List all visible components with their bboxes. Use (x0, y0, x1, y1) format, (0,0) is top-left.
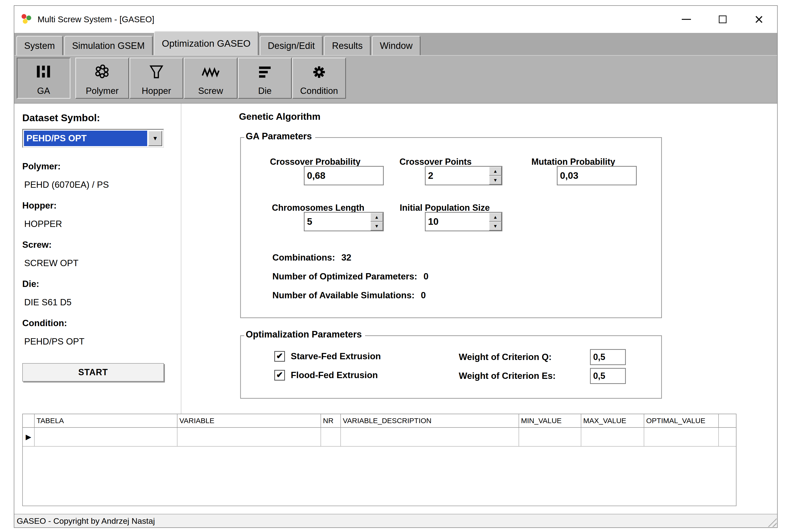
spin-down-button[interactable]: ▼ (489, 222, 502, 231)
condition-icon (311, 58, 327, 86)
crossover-probability-input[interactable] (304, 166, 384, 185)
hopper-value: HOPPER (22, 219, 167, 229)
close-icon: × (754, 12, 763, 27)
dataset-symbol-label: Dataset Symbol: (22, 112, 167, 124)
grid-header-nr[interactable]: NR (321, 414, 341, 427)
hopper-icon (149, 58, 164, 86)
chromosomes-length-stepper: ▲ ▼ (304, 212, 384, 231)
variables-grid: TABELA VARIABLE NR VARIABLE_DESCRIPTION … (22, 414, 736, 506)
app-icon (20, 13, 33, 26)
grid-header-variable-description[interactable]: VARIABLE_DESCRIPTION (341, 414, 519, 427)
cell-optimal-value[interactable] (644, 428, 719, 446)
combinations-label: Combinations: (272, 252, 335, 263)
minimize-icon (682, 19, 691, 20)
toolbar-polymer-label: Polymer (86, 86, 118, 96)
maximize-button[interactable] (704, 6, 741, 33)
dataset-panel: Dataset Symbol: PEHD/PS OPT ▼ Polymer: P… (22, 112, 167, 381)
toolbar-hopper-label: Hopper (142, 86, 171, 96)
toolbar-condition-label: Condition (300, 86, 338, 96)
tab-bar: System Simulation GSEM Optimization GASE… (14, 33, 777, 55)
window-title: Multi Screw System - [GASEO] (38, 15, 154, 24)
flood-fed-checkbox[interactable]: ✔ (274, 370, 285, 381)
starve-fed-checkbox[interactable]: ✔ (274, 351, 285, 362)
ga-parameters-group: GA Parameters Crossover Probability Cros… (240, 137, 662, 318)
weight-q-label: Weight of Criterion Q: (459, 352, 552, 362)
toolbar-die-button[interactable]: Die (238, 58, 292, 99)
dataset-symbol-selected: PEHD/PS OPT (24, 131, 147, 146)
die-field: Die: DIE S61 D5 (22, 279, 167, 307)
row-selector-cell: ▶ (23, 428, 35, 446)
crossover-points-input[interactable] (426, 167, 489, 185)
ga-parameters-title: GA Parameters (244, 131, 315, 141)
weight-q-input[interactable] (590, 349, 626, 365)
toolbar-hopper-button[interactable]: Hopper (130, 58, 183, 99)
cell-max-value[interactable] (581, 428, 644, 446)
available-simulations-stat: Number of Available Simulations:0 (272, 290, 426, 301)
spin-down-button[interactable]: ▼ (489, 176, 502, 185)
toolbar-polymer-button[interactable]: Polymer (75, 58, 129, 99)
optimized-parameters-stat: Number of Optimized Parameters:0 (272, 271, 428, 282)
mutation-probability-input[interactable] (557, 166, 637, 185)
grid-header-optimal-value[interactable]: OPTIMAL_VALUE (644, 414, 719, 427)
available-simulations-label: Number of Available Simulations: (272, 290, 415, 300)
minimize-button[interactable] (668, 6, 704, 33)
cell-tabela[interactable] (35, 428, 178, 446)
cell-variable-description[interactable] (341, 428, 519, 446)
chevron-down-icon: ▼ (152, 135, 158, 142)
grid-header-tabela[interactable]: TABELA (35, 414, 178, 427)
screw-label: Screw: (22, 240, 167, 250)
grid-header-min-value[interactable]: MIN_VALUE (519, 414, 581, 427)
tab-optimization-gaseo[interactable]: Optimization GASEO (154, 31, 259, 55)
spin-up-icon: ▲ (493, 169, 498, 173)
weight-es-input[interactable] (590, 368, 626, 384)
grid-header-filler (719, 414, 736, 427)
condition-value: PEHD/PS OPT (22, 337, 167, 347)
screw-value: SCREW OPT (22, 258, 167, 268)
start-button[interactable]: START (22, 363, 164, 381)
dataset-symbol-combobox[interactable]: PEHD/PS OPT ▼ (22, 129, 164, 148)
crossover-points-label: Crossover Points (400, 157, 472, 167)
crossover-probability-label: Crossover Probability (270, 157, 361, 167)
screw-field: Screw: SCREW OPT (22, 240, 167, 268)
available-simulations-value: 0 (421, 290, 426, 300)
spin-down-button[interactable]: ▼ (370, 222, 383, 231)
cell-nr[interactable] (321, 428, 341, 446)
cell-variable[interactable] (178, 428, 321, 446)
spin-up-button[interactable]: ▲ (489, 167, 502, 176)
starve-fed-label: Starve-Fed Extrusion (291, 351, 381, 361)
tab-window[interactable]: Window (372, 36, 421, 55)
toolbar-die-label: Die (258, 86, 272, 96)
toolbar-ga-button[interactable]: GA (17, 58, 71, 99)
row-marker-icon: ▶ (26, 433, 31, 440)
spin-up-icon: ▲ (374, 215, 379, 220)
cell-min-value[interactable] (519, 428, 581, 446)
close-button[interactable]: × (741, 6, 777, 33)
starve-fed-row: ✔ Starve-Fed Extrusion (274, 351, 381, 362)
spin-up-button[interactable]: ▲ (370, 213, 383, 222)
tab-results[interactable]: Results (324, 36, 371, 55)
combinations-stat: Combinations:32 (272, 252, 351, 263)
spin-down-icon: ▼ (493, 224, 498, 228)
tab-simulation-gsem[interactable]: Simulation GSEM (64, 36, 153, 55)
hopper-field: Hopper: HOPPER (22, 201, 167, 229)
combinations-value: 32 (341, 252, 351, 263)
cell-filler (719, 428, 736, 446)
initial-population-input[interactable] (426, 213, 489, 231)
tab-system[interactable]: System (16, 36, 63, 55)
resize-grip[interactable] (766, 516, 777, 527)
flood-fed-row: ✔ Flood-Fed Extrusion (274, 370, 378, 381)
tab-design-edit[interactable]: Design/Edit (260, 36, 323, 55)
grid-header-variable[interactable]: VARIABLE (178, 414, 321, 427)
combobox-dropdown-button[interactable]: ▼ (148, 131, 162, 146)
chromosomes-length-input[interactable] (305, 213, 370, 231)
die-icon (257, 58, 273, 86)
chromosomes-length-spin-buttons: ▲ ▼ (370, 213, 383, 231)
window-controls: × (668, 6, 777, 33)
polymer-icon (93, 58, 111, 86)
spin-down-icon: ▼ (374, 224, 379, 228)
toolbar-condition-button[interactable]: Condition (292, 58, 346, 99)
grid-header-row: TABELA VARIABLE NR VARIABLE_DESCRIPTION … (23, 414, 736, 428)
spin-up-button[interactable]: ▲ (489, 213, 502, 222)
toolbar-screw-button[interactable]: Screw (184, 58, 238, 99)
grid-header-max-value[interactable]: MAX_VALUE (581, 414, 644, 427)
